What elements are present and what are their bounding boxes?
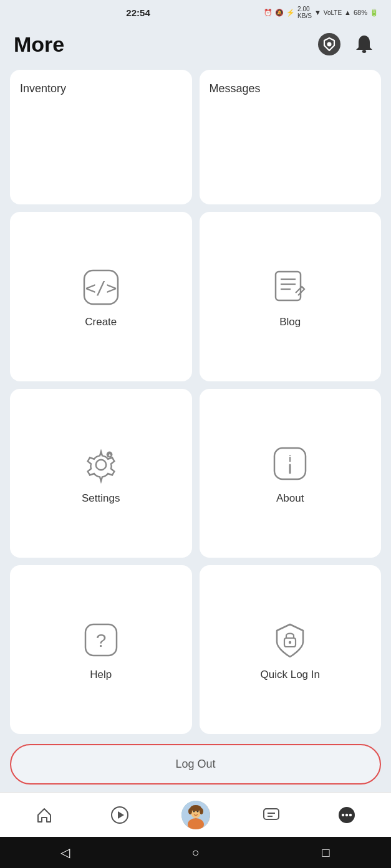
bell-icon [354,34,374,55]
nav-play[interactable] [82,793,157,837]
help-label: Help [90,669,112,681]
chat-icon [263,806,280,824]
help-icon: ? [81,620,121,660]
grid-card-create[interactable]: </> Create [10,212,192,381]
shield-icon [317,32,341,56]
svg-line-10 [302,287,304,289]
status-bar: 22:54 ⏰ 🔕 ⚡ 2.00KB/S ▼ VoLTE ▲ 68% 🔋 [0,0,391,25]
recent-button[interactable]: □ [314,846,339,860]
lte-icon: VoLTE [324,9,342,16]
blog-label: Blog [279,316,301,328]
svg-point-30 [200,808,203,814]
quicklogin-label: Quick Log In [261,669,320,681]
svg-text:✦: ✦ [107,453,111,457]
logout-button[interactable]: Log Out [10,744,381,785]
create-label: Create [85,316,117,328]
status-icons: ⏰ 🔕 ⚡ 2.00KB/S ▼ VoLTE ▲ 68% 🔋 [264,6,379,19]
about-label: About [276,492,304,505]
header: More [0,25,391,65]
shield-button[interactable] [316,31,342,57]
bell-button[interactable] [351,31,377,57]
svg-point-2 [327,42,332,47]
svg-rect-6 [276,272,301,300]
grid-card-about[interactable]: i About [200,389,382,558]
battery-level: 68% [354,9,367,16]
svg-point-36 [345,813,348,816]
nav-chat[interactable] [233,793,309,837]
more-icon [337,806,356,824]
bottom-nav [0,792,391,837]
svg-text:?: ? [95,630,106,651]
grid-card-blog[interactable]: Blog [200,212,382,381]
mute-icon: 🔕 [275,9,284,17]
nav-more[interactable] [309,793,385,837]
svg-rect-31 [264,809,279,819]
bluetooth-icon: ⚡ [286,9,295,17]
header-icons [316,31,377,57]
grid-card-messages[interactable]: Messages [200,70,382,204]
alarm-icon: ⏰ [264,9,273,17]
svg-point-37 [349,813,352,816]
svg-marker-22 [118,811,124,819]
inventory-label: Inventory [20,82,66,95]
nav-avatar[interactable] [158,793,233,837]
blog-icon [270,267,310,307]
wifi-icon: ▼ [314,9,321,16]
grid-card-inventory[interactable]: Inventory [10,70,192,204]
quicklogin-icon [270,620,310,660]
svg-point-29 [188,808,192,814]
settings-icon: ✦ [81,444,121,484]
svg-point-3 [362,50,366,53]
svg-point-20 [289,641,291,644]
nav-home[interactable] [6,793,82,837]
logout-section: Log Out [0,734,391,792]
back-button[interactable]: ◁ [53,845,78,860]
messages-label: Messages [210,82,261,95]
data-speed: 2.00KB/S [297,6,312,19]
battery-icon: 🔋 [370,9,379,17]
avatar-icon [181,801,210,829]
page-title: More [14,32,64,57]
play-icon [110,806,129,824]
create-icon: </> [81,267,121,307]
about-icon: i [270,444,310,484]
svg-text:i: i [289,453,291,464]
grid-card-settings[interactable]: ✦ Settings [10,389,192,558]
svg-point-35 [342,813,344,816]
status-time: 22:54 [12,7,264,18]
grid-card-quicklogin[interactable]: Quick Log In [200,565,382,734]
svg-text:</>: </> [85,278,117,298]
home-button[interactable]: ○ [183,846,208,860]
signal-icon: ▲ [344,9,351,16]
grid-card-help[interactable]: ? Help [10,565,192,734]
settings-label: Settings [82,492,120,505]
svg-point-11 [96,460,106,470]
system-nav-bar: ◁ ○ □ [0,837,391,868]
home-icon [36,806,53,824]
menu-grid: Inventory Messages </> Create Blog [0,65,391,734]
